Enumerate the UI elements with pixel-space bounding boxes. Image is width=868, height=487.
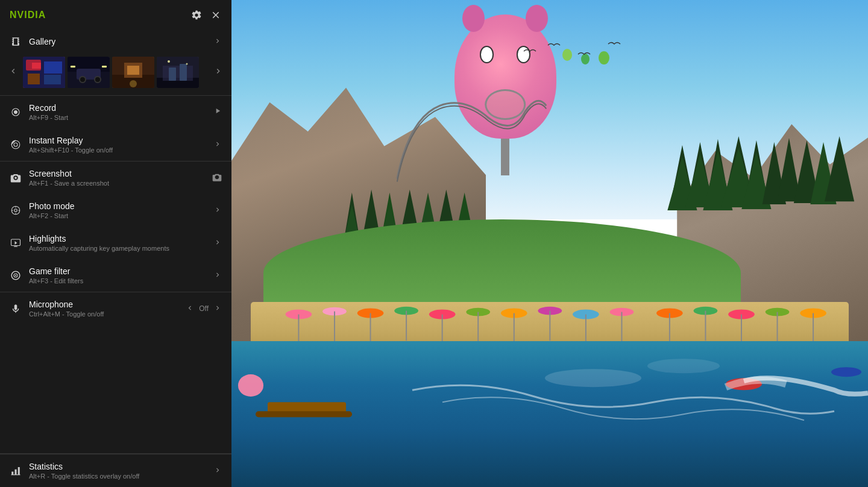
svg-rect-103 [18,467,20,475]
menu-item-record[interactable]: Record Alt+F9 - Start [0,96,231,128]
svg-rect-63 [44,61,62,74]
record-subtitle: Alt+F9 - Start [29,114,68,121]
gallery-next-arrow[interactable] [211,64,225,81]
gallery-chevron-icon [213,37,222,47]
svg-point-88 [14,143,17,146]
photo-mode-title: Photo mode [29,201,75,211]
close-icon[interactable] [210,9,222,21]
thumbnail-3[interactable] [112,57,154,88]
game-filter-chevron-icon [213,271,222,281]
screenshot-title: Screenshot [29,169,109,178]
game-filter-icon [10,270,22,281]
svg-rect-80 [163,66,193,81]
highlights-chevron-icon [213,238,222,248]
menu-item-microphone[interactable]: Microphone Ctrl+Alt+M - Toggle on/off Of… [0,292,231,325]
microphone-icon [10,303,22,314]
statistics-subtitle: Alt+R - Toggle statistics overlay on/off [29,473,139,480]
gallery-label: Gallery [29,37,55,46]
menu-item-photo-mode[interactable]: Photo mode Alt+F2 - Start [0,194,231,227]
svg-point-77 [130,80,137,87]
instant-replay-subtitle: Alt+Shift+F10 - Toggle on/off [29,146,113,154]
gallery-section: Gallery [0,30,231,95]
svg-point-84 [186,63,188,65]
svg-point-89 [14,177,17,179]
header-icons [190,9,222,21]
gallery-prev-arrow[interactable] [6,64,20,81]
spacer [0,325,231,453]
gallery-header[interactable]: Gallery [0,30,231,53]
game-filter-title: Game filter [29,266,83,276]
svg-marker-14 [825,136,854,201]
microphone-title: Microphone [29,300,104,309]
svg-point-86 [14,110,17,114]
menu-item-screenshot[interactable]: Screenshot Alt+F1 - Save a screenshot [0,162,231,194]
svg-rect-76 [127,66,139,75]
svg-rect-64 [28,74,40,84]
svg-point-83 [168,60,170,63]
instant-replay-title: Instant Replay [29,136,113,145]
settings-icon[interactable] [190,9,203,21]
menu-item-statistics[interactable]: Statistics Alt+R - Toggle statistics ove… [0,454,231,487]
record-play-icon [213,107,222,118]
thumbnails-row [23,57,209,88]
svg-rect-72 [102,66,107,68]
screenshot-icon [10,172,22,183]
svg-rect-62 [32,63,41,69]
svg-rect-71 [71,66,75,68]
microphone-chevron-icon [213,304,222,314]
microphone-value: Off [199,304,209,313]
thumbnail-2[interactable] [68,57,110,88]
statistics-chevron-icon [213,466,222,476]
screenshot-subtitle: Alt+F1 - Save a screenshot [29,180,109,187]
svg-point-54 [545,369,641,387]
birds [518,39,638,66]
highlights-title: Highlights [29,234,169,244]
svg-rect-102 [15,470,17,475]
svg-point-70 [95,77,101,83]
photo-mode-subtitle: Alt+F2 - Start [29,212,75,219]
svg-rect-101 [11,472,13,475]
screenshot-camera-icon [212,172,222,184]
header: NVIDIA [0,0,231,30]
sidebar: NVIDIA [0,0,231,487]
record-icon [10,107,22,118]
microphone-subtitle: Ctrl+Alt+M - Toggle on/off [29,310,104,318]
photo-mode-chevron-icon [213,206,222,216]
gallery-icon [10,36,22,47]
highlights-subtitle: Automatically capturing key gameplay mom… [29,245,169,252]
svg-point-100 [15,275,16,276]
roller-coaster [391,87,550,185]
microphone-back-icon[interactable] [186,304,194,314]
game-filter-subtitle: Alt+F3 - Edit filters [29,277,83,284]
svg-rect-81 [169,68,176,81]
menu-item-game-filter[interactable]: Game filter Alt+F3 - Edit filters [0,259,231,292]
svg-point-59 [831,367,861,377]
record-title: Record [29,103,68,113]
game-background [231,0,868,487]
thumbnail-4[interactable] [157,57,199,88]
highlights-icon [10,237,22,248]
water [231,341,868,487]
app-title: NVIDIA [10,10,46,20]
statistics-title: Statistics [29,462,139,471]
thumbnail-1[interactable] [23,57,65,88]
statistics-icon [10,465,22,476]
gallery-header-left: Gallery [10,36,55,47]
gallery-thumbnails [0,53,231,95]
photo-mode-icon [10,205,22,216]
menu-item-highlights[interactable]: Highlights Automatically capturing key g… [0,227,231,259]
menu-item-instant-replay[interactable]: Instant Replay Alt+Shift+F10 - Toggle on… [0,128,231,161]
svg-point-91 [14,209,17,212]
instant-replay-chevron-icon [213,140,222,150]
trees-right [652,98,855,234]
instant-replay-icon [10,139,22,150]
svg-rect-82 [180,64,187,81]
svg-rect-57 [256,411,352,417]
svg-point-55 [647,359,720,373]
svg-rect-65 [44,75,61,84]
svg-point-69 [80,77,86,83]
